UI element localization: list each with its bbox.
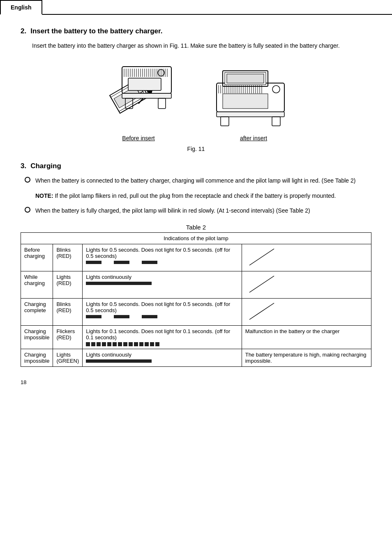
dot xyxy=(123,342,127,346)
table-title: Table 2 xyxy=(21,224,371,231)
row3-desc: Lights for 0.5 seconds. Does not light f… xyxy=(83,298,242,325)
tab-bar: English xyxy=(0,0,392,15)
bullet1: When the battery is connected to the bat… xyxy=(25,176,371,185)
table-header: Indications of the pilot lamp xyxy=(21,232,371,244)
dot xyxy=(155,342,159,346)
row2-note xyxy=(242,271,371,298)
figures-container: Before insert xyxy=(21,58,371,141)
after-insert-label: after insert xyxy=(240,135,267,141)
fig-caption: Fig. 11 xyxy=(21,146,371,152)
pilot-table: Indications of the pilot lamp Beforechar… xyxy=(21,232,371,367)
dot xyxy=(118,342,122,346)
step3-header: 3. Charging xyxy=(21,162,371,173)
row1-desc: Lights for 0.5 seconds. Does not light f… xyxy=(83,244,242,271)
note-block: NOTE: If the pilot lamp flikers in red, … xyxy=(35,191,371,200)
dot xyxy=(139,342,143,346)
tab-english-label: English xyxy=(11,4,32,11)
row1-indicator: Blinks(RED) xyxy=(53,244,83,271)
bar-gap xyxy=(103,315,112,318)
row2-desc: Lights continuously xyxy=(83,271,242,298)
svg-point-59 xyxy=(272,86,280,93)
table-row: Beforecharging Blinks(RED) Lights for 0.… xyxy=(21,244,371,271)
step2-header: 2. Insert the battery to the battery cha… xyxy=(21,27,371,38)
bar-segment xyxy=(114,261,129,264)
bullet2-circle xyxy=(25,207,30,213)
bullet2-text: When the battery is fully charged, the p… xyxy=(35,206,310,215)
dot xyxy=(129,342,133,346)
dot xyxy=(102,342,106,346)
row3-indicator: Blinks(RED) xyxy=(53,298,83,325)
bar-segment xyxy=(86,261,101,264)
step3-title: Charging xyxy=(30,162,61,170)
before-insert-label: Before insert xyxy=(122,135,154,141)
row3-state: Chargingcomplete xyxy=(21,298,53,325)
dot xyxy=(150,342,154,346)
charger-before-svg xyxy=(97,58,180,132)
row5-state: Chargingimpossible xyxy=(21,349,53,366)
row4-state: Chargingimpossible xyxy=(21,325,53,349)
bar-segment xyxy=(142,261,157,264)
row5-note: The battery temperature is high, making … xyxy=(242,349,371,366)
svg-rect-58 xyxy=(227,74,264,83)
dot xyxy=(91,342,95,346)
svg-line-64 xyxy=(249,249,274,265)
row2-indicator: Lights(RED) xyxy=(53,271,83,298)
dot xyxy=(145,342,149,346)
row4-note: Malfunction in the battery or the charge… xyxy=(242,325,371,349)
row1-note xyxy=(242,244,371,271)
table-row: Chargingimpossible Lights(GREEN) Lights … xyxy=(21,349,371,366)
diagonal-line-svg xyxy=(245,301,278,322)
figure-after: after insert xyxy=(212,67,295,141)
figure-before: Before insert xyxy=(97,58,180,141)
step3-section: 3. Charging When the battery is connecte… xyxy=(21,162,371,215)
svg-rect-61 xyxy=(217,112,284,117)
svg-rect-63 xyxy=(272,117,280,126)
page-content: 2. Insert the battery to the battery cha… xyxy=(0,15,392,402)
bullet2: When the battery is fully charged, the p… xyxy=(25,206,371,215)
svg-rect-28 xyxy=(128,78,161,90)
svg-rect-60 xyxy=(223,94,268,109)
bullet1-text: When the battery is connected to the bat… xyxy=(35,176,356,185)
dot xyxy=(86,342,90,346)
row3-note xyxy=(242,298,371,325)
diagonal-line-svg xyxy=(245,247,278,267)
row5-desc: Lights continuously xyxy=(83,349,242,366)
note-text: If the pilot lamp flikers in red, pull o… xyxy=(55,192,336,199)
dot xyxy=(134,342,138,346)
bar-gap xyxy=(103,261,112,264)
svg-rect-62 xyxy=(221,117,229,126)
step3-number: 3. xyxy=(21,162,26,170)
table-row: Whilecharging Lights(RED) Lights continu… xyxy=(21,271,371,298)
table-row: Chargingcomplete Blinks(RED) Lights for … xyxy=(21,298,371,325)
step2-body: Insert the battery into the battery char… xyxy=(32,41,371,50)
row4-desc: Lights for 0.1 seconds. Does not light f… xyxy=(83,325,242,349)
svg-line-66 xyxy=(249,303,274,320)
svg-line-65 xyxy=(249,276,274,292)
bar-segment xyxy=(86,315,101,318)
step2-number: 2. xyxy=(21,27,26,35)
charger-after-svg xyxy=(212,67,295,132)
bar-gap xyxy=(131,261,140,264)
row1-state: Beforecharging xyxy=(21,244,53,271)
tab-english[interactable]: English xyxy=(0,0,42,15)
bar-segment xyxy=(86,282,152,285)
note-label: NOTE: xyxy=(35,192,53,199)
diagonal-line-svg xyxy=(245,274,278,294)
svg-rect-32 xyxy=(158,98,166,109)
dotted-pattern xyxy=(86,342,238,346)
table-row: Chargingimpossible Flickers(RED) Lights … xyxy=(21,325,371,349)
page-number: 18 xyxy=(21,379,371,385)
dot xyxy=(107,342,111,346)
row4-indicator: Flickers(RED) xyxy=(53,325,83,349)
dot xyxy=(113,342,117,346)
svg-rect-30 xyxy=(122,93,171,98)
bar-segment xyxy=(86,359,152,363)
bullet1-circle xyxy=(25,177,30,183)
step2-title: Insert the battery to the battery charge… xyxy=(30,27,162,35)
bar-gap xyxy=(131,315,140,318)
bar-segment xyxy=(142,315,157,318)
row5-indicator: Lights(GREEN) xyxy=(53,349,83,366)
dot xyxy=(97,342,101,346)
bar-segment xyxy=(114,315,129,318)
row2-state: Whilecharging xyxy=(21,271,53,298)
